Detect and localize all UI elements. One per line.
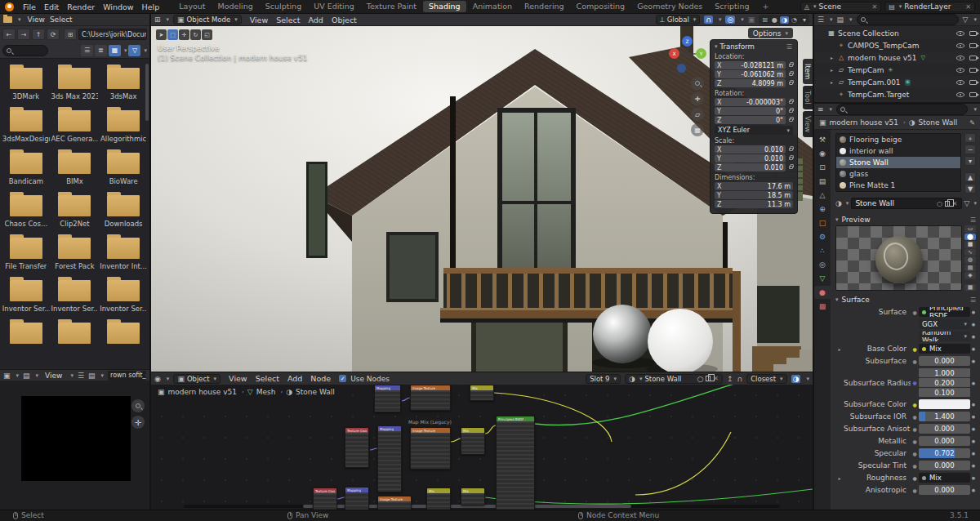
se-menu-node[interactable]: Node	[306, 374, 335, 383]
hide-viewport-icon[interactable]	[956, 43, 964, 48]
disable-render-icon[interactable]	[969, 68, 977, 73]
lock-icon[interactable]	[789, 157, 793, 160]
folder-item[interactable]: Allegorithmic	[99, 106, 148, 149]
shading-rendered-icon[interactable]: ◔	[790, 16, 799, 24]
properties-tab-texture[interactable]: ▩	[814, 300, 831, 313]
scene-selector[interactable]: ◬▾ Scene ✕	[800, 2, 881, 12]
overlays-icon[interactable]: ◑	[791, 375, 801, 383]
snap-magnet-icon[interactable]: ∩	[704, 16, 713, 24]
folder-item[interactable]	[99, 318, 148, 361]
shader-node-image-texture[interactable]: Image Texture	[410, 385, 451, 411]
filter-toggle-icon[interactable]: ▽	[128, 45, 140, 56]
back-button[interactable]: ←	[2, 29, 16, 40]
surface-shader-dropdown[interactable]: Principled BSDF	[919, 307, 970, 317]
image-view-menu[interactable]: View	[42, 372, 65, 380]
parent-dir-button[interactable]: ↑	[32, 29, 45, 40]
menu-window[interactable]: Window	[99, 2, 137, 11]
refresh-button[interactable]: ⟳	[47, 29, 60, 40]
slider-subsurface[interactable]: 0.000	[919, 356, 970, 366]
gizmo-z-axis[interactable]: Z	[682, 36, 693, 47]
link-roughness[interactable]: Mix	[919, 473, 970, 483]
expand-arrow-icon[interactable]: ▸	[835, 346, 844, 352]
workspace-tab-sculpting[interactable]: Sculpting	[260, 1, 307, 12]
snap-dropdown[interactable]: ▾	[719, 16, 722, 23]
material-slot-flooring-beige[interactable]: Flooring beige	[836, 134, 960, 145]
rotation-mode-dropdown[interactable]: XYZ Euler▾	[715, 126, 793, 135]
pin-icon[interactable]: ✎	[969, 119, 975, 127]
breadcrumb-material[interactable]: Stone Wall	[919, 118, 958, 127]
gizmo-x-axis[interactable]: X	[669, 48, 679, 59]
folder-item[interactable]: Bandicam	[2, 149, 51, 191]
editor-type-image-icon[interactable]: ▣	[3, 372, 11, 380]
xray-toggle-icon[interactable]: ▣	[748, 16, 755, 24]
shader-node-image-texture[interactable]: Image Texture	[410, 427, 451, 470]
folder-item[interactable]: 3dsMaxDesign	[2, 106, 51, 149]
camera-view-icon[interactable]: ▱	[691, 108, 704, 121]
shader-node-image-texture[interactable]: Image Texture	[377, 496, 412, 510]
menu-edit[interactable]: Edit	[40, 2, 63, 11]
workspace-tab-animation[interactable]: Animation	[467, 1, 518, 12]
panel-menu-icon[interactable]: ☰	[786, 43, 793, 51]
axis-field[interactable]: X17.6 m	[715, 182, 793, 190]
view-layer-selector[interactable]: ▤▾ RenderLayer ✕	[884, 2, 975, 12]
path-field[interactable]: C:\Users\jorik\Documents\	[78, 29, 147, 40]
hide-viewport-icon[interactable]	[956, 31, 964, 36]
filter-dropdown[interactable]: ▾	[144, 47, 147, 54]
menu-file[interactable]: File	[19, 2, 40, 11]
keyframe-dot-icon[interactable]: ●	[970, 475, 977, 480]
vp-menu-add[interactable]: Add	[305, 16, 327, 24]
slider-specular-tint[interactable]: 0.000	[919, 461, 970, 470]
move-slot-down-button[interactable]: ▼	[964, 184, 976, 194]
axis-field[interactable]: Y0°	[715, 107, 786, 115]
properties-tab-world[interactable]: ⊕	[814, 203, 831, 216]
file-search-input[interactable]	[2, 45, 48, 56]
image-pan-icon[interactable]: ✛	[131, 416, 145, 429]
display-horizontal-list-icon[interactable]: ≣	[95, 45, 107, 56]
new-folder-button[interactable]: ⊞	[64, 29, 77, 40]
hide-viewport-icon[interactable]	[956, 68, 964, 73]
surface-panel-header[interactable]: ▾Surface☰	[835, 294, 977, 305]
specials-filter-icon[interactable]: ▽	[964, 199, 970, 207]
tool-move-icon[interactable]: ✛	[179, 29, 189, 40]
material-slot-pine-matte-1[interactable]: Pine Matte 1	[836, 180, 960, 191]
fake-user-icon[interactable]: ○	[937, 200, 942, 207]
add-workspace-button[interactable]: +	[757, 1, 775, 12]
image-mode-icon[interactable]: ▤	[23, 372, 30, 380]
expand-arrow-icon[interactable]: ▸	[829, 67, 835, 73]
fb-menu-select[interactable]: Select	[47, 16, 75, 24]
lock-icon[interactable]	[789, 73, 793, 76]
folder-item[interactable]: Chaos Cos...	[2, 191, 51, 234]
overlays-dropdown[interactable]: ▾	[806, 376, 809, 382]
vp-menu-view[interactable]: View	[246, 16, 273, 24]
distribution-dropdown[interactable]: GGX▾	[919, 319, 970, 329]
folder-item[interactable]: 3dsMax	[99, 64, 148, 106]
axis-field[interactable]: Z0°	[715, 116, 786, 124]
tool-scale-icon[interactable]: ◱	[202, 29, 212, 40]
outliner-item-scene-collection[interactable]: ▦Scene Collection	[814, 27, 980, 39]
axis-field[interactable]: X-0.028121 m	[715, 61, 786, 69]
hamburger-menu-icon[interactable]: ☰	[78, 372, 84, 380]
tool-select-box-icon[interactable]: ⬚	[167, 29, 178, 40]
tool-rotate-icon[interactable]: ↻	[190, 29, 201, 40]
folder-item[interactable]: Inventor Ser...	[2, 276, 51, 318]
keyframe-dot-icon[interactable]: ●	[970, 402, 977, 407]
workspace-tab-geometry-nodes[interactable]: Geometry Nodes	[631, 1, 708, 12]
properties-tab-material[interactable]: ●	[814, 286, 831, 299]
folder-item[interactable]: Downloads	[99, 191, 148, 234]
axis-field[interactable]: Z0.010	[715, 163, 786, 171]
folder-item[interactable]: 3DMark	[2, 64, 51, 106]
axis-field[interactable]: X-0.000003°	[715, 98, 786, 106]
image-zoom-icon[interactable]	[131, 399, 145, 412]
shader-node-mapping[interactable]: Mapping	[374, 385, 401, 412]
shader-node-texture-coordinate[interactable]: Texture Coordinate	[313, 488, 337, 510]
lock-icon[interactable]	[789, 100, 793, 104]
shader-node-mapping[interactable]: Mapping	[377, 425, 402, 492]
se-menu-add[interactable]: Add	[283, 374, 306, 383]
slider-subsurface-anisot[interactable]: 0.000	[919, 424, 970, 434]
outliner-item-campos-tempcam[interactable]: ⌖CAMPOS_TempCam	[814, 39, 980, 51]
folder-item[interactable]: AEC Genera...	[51, 106, 100, 149]
outliner-display-mode-icon[interactable]: ▤	[837, 16, 844, 24]
workspace-tab-modeling[interactable]: Modeling	[212, 1, 259, 12]
remove-slot-button[interactable]: −	[964, 145, 976, 154]
folder-item[interactable]: Clip2Net	[51, 191, 100, 234]
